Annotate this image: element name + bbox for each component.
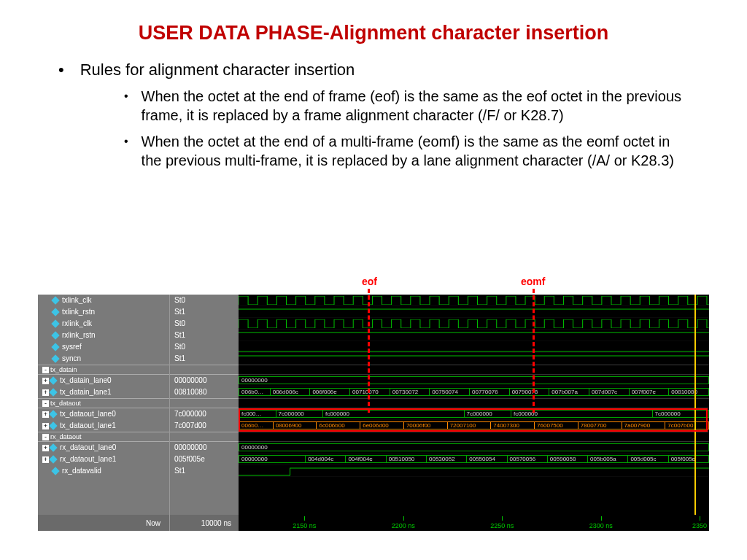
signal-value-row: 00000000 [170, 375, 239, 386]
expand-icon: + [42, 378, 49, 384]
time-tick: 2350 [692, 522, 707, 529]
signal-value-row: St0 [170, 341, 239, 353]
time-tick: 2150 ns [293, 522, 316, 529]
signal-name-row: - rx_dataout [38, 432, 169, 442]
collapse-icon: - [42, 400, 49, 407]
signal-icon [49, 455, 57, 463]
signal-icon [49, 376, 57, 384]
signal-icon [51, 331, 59, 339]
signal-name-row: +tx_dataout_lane1 [38, 420, 169, 432]
waveform-row [239, 432, 709, 442]
signal-name-row: rxlink_rstn [38, 330, 169, 341]
signal-icon [51, 308, 59, 316]
expand-icon: + [42, 411, 49, 418]
rule-item: • When the octet at the end of frame (eo… [124, 87, 703, 125]
signal-value-row: St0 [170, 295, 239, 306]
waveform-row [239, 341, 709, 353]
now-value: 10000 ns [169, 515, 239, 531]
signal-icon [51, 319, 59, 327]
collapse-icon: - [42, 434, 49, 440]
signal-icon [51, 343, 59, 351]
cursor-marker [694, 295, 696, 515]
signal-name-row: rx_datavalid [38, 465, 169, 477]
waveform-row [239, 295, 709, 306]
signal-value-row: 7c007d00 [170, 420, 239, 432]
eof-marker-line [368, 289, 370, 413]
signal-value-row: St1 [170, 465, 239, 477]
time-tick: 2250 ns [490, 522, 514, 529]
signal-value-row: St1 [170, 306, 239, 318]
waveform-row: 00000000004d004c004f004e0051005000530052… [239, 454, 709, 465]
signal-name-row: +tx_datain_lane1 [38, 386, 169, 398]
signal-value-row: 7c000000 [170, 408, 239, 420]
signal-values-column: St0St1St0St1St0St100000000008100807c0000… [169, 295, 239, 531]
content-block: • Rules for alignment character insertio… [0, 44, 747, 170]
signal-name-row: +tx_dataout_lane0 [38, 408, 169, 420]
signal-value-row [170, 398, 239, 408]
signal-name-row: rxlink_clk [38, 318, 169, 330]
eof-label: eof [362, 276, 377, 287]
signal-name-row: - tx_dataout [38, 398, 169, 408]
waveform-row [239, 465, 709, 477]
signal-value-row [170, 432, 239, 442]
waveform-row [239, 330, 709, 341]
time-tick: 2300 ns [589, 522, 613, 529]
collapse-icon: - [42, 367, 49, 373]
signal-name-row: sysref [38, 341, 169, 353]
signal-value-row [170, 365, 239, 375]
signal-icon [49, 421, 57, 429]
waveform-row: 00000000 [239, 442, 709, 454]
rule-item: • When the octet at the end of a multi-f… [124, 132, 703, 170]
signal-name-row: +rx_dataout_lane0 [38, 442, 169, 454]
signal-name-row: - tx_datain [38, 365, 169, 375]
time-axis-row: Now 10000 ns 2150 ns2200 ns2250 ns2300 n… [38, 515, 709, 531]
waveform-row: 006b0…006d006c006f006e007100700073007200… [239, 386, 709, 398]
waveform-row: fc000…7c000000fc0000007c000000fc0000007c… [239, 408, 709, 420]
signal-value-row: 00000000 [170, 442, 239, 454]
time-axis: 2150 ns2200 ns2250 ns2300 ns2350 [239, 515, 709, 531]
waveform-column: 00000000006b0…006d006c006f006e0071007000… [239, 295, 709, 531]
signal-value-row: St1 [170, 330, 239, 341]
waveform-row [239, 353, 709, 365]
signal-name-row: +rx_dataout_lane1 [38, 454, 169, 465]
expand-icon: + [42, 456, 49, 463]
signal-value-row: 005f005e [170, 454, 239, 465]
signal-name-row: syncn [38, 353, 169, 365]
waveform-row [239, 398, 709, 408]
eomf-label: eomf [521, 276, 545, 287]
signal-icon [51, 467, 59, 475]
now-label: Now [38, 515, 169, 531]
signal-icon [51, 296, 59, 304]
expand-icon: + [42, 423, 49, 429]
signal-value-row: 00810080 [170, 386, 239, 398]
waveform-figure: eof eomf txlink_clktxlink_rstnrxlink_clk… [38, 276, 709, 531]
eomf-marker-line [533, 289, 535, 413]
signal-value-row: St1 [170, 353, 239, 365]
heading-text: Rules for alignment character insertion [80, 61, 355, 79]
bullet-main: • Rules for alignment character insertio… [58, 61, 703, 79]
signal-icon [49, 443, 57, 451]
expand-icon: + [42, 389, 49, 396]
signal-value-row: St0 [170, 318, 239, 330]
signal-names-column: txlink_clktxlink_rstnrxlink_clkrxlink_rs… [38, 295, 169, 531]
signal-icon [49, 410, 57, 418]
time-tick: 2200 ns [392, 522, 415, 529]
signal-name-row: txlink_rstn [38, 306, 169, 318]
waveform-row [239, 318, 709, 330]
signal-name-row: +tx_datain_lane0 [38, 375, 169, 386]
signal-icon [49, 388, 57, 396]
wave-viewer: txlink_clktxlink_rstnrxlink_clkrxlink_rs… [38, 295, 709, 531]
waveform-row [239, 365, 709, 375]
signal-icon [51, 354, 59, 362]
waveform-row: 006b0…080069006c006b006e006d0070006f0072… [239, 420, 709, 432]
expand-icon: + [42, 445, 49, 451]
waveform-row: 00000000 [239, 375, 709, 386]
signal-name-row: txlink_clk [38, 295, 169, 306]
slide-title: USER DATA PHASE-Alignment character inse… [0, 0, 747, 44]
waveform-row [239, 306, 709, 318]
